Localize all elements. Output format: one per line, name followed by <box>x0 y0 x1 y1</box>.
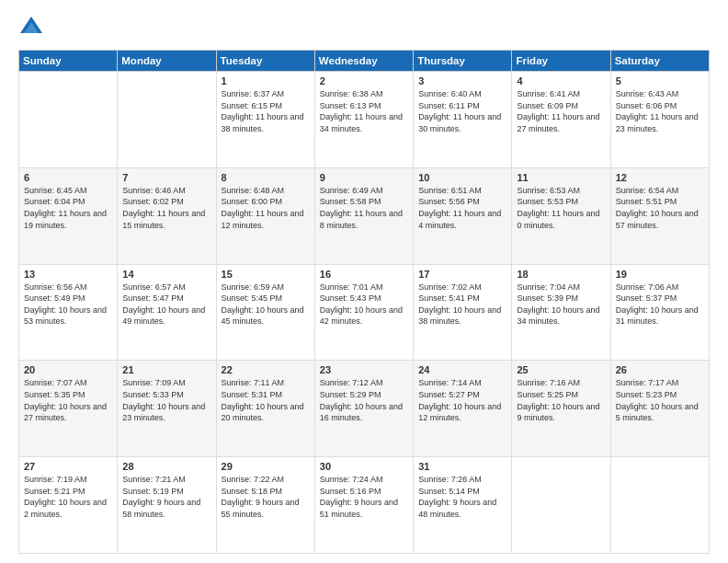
day-info: Sunrise: 6:54 AM Sunset: 5:51 PM Dayligh… <box>616 185 704 231</box>
calendar-cell: 5Sunrise: 6:43 AM Sunset: 6:06 PM Daylig… <box>610 72 709 168</box>
calendar-week-4: 20Sunrise: 7:07 AM Sunset: 5:35 PM Dayli… <box>19 361 710 457</box>
calendar-week-1: 1Sunrise: 6:37 AM Sunset: 6:15 PM Daylig… <box>19 72 710 168</box>
calendar-cell: 15Sunrise: 6:59 AM Sunset: 5:45 PM Dayli… <box>216 264 314 361</box>
day-number: 5 <box>616 75 704 86</box>
calendar-cell: 7Sunrise: 6:46 AM Sunset: 6:02 PM Daylig… <box>118 167 216 264</box>
day-info: Sunrise: 6:53 AM Sunset: 5:53 PM Dayligh… <box>517 185 605 231</box>
logo <box>18 15 48 40</box>
day-number: 19 <box>616 269 704 280</box>
calendar-cell: 14Sunrise: 6:57 AM Sunset: 5:47 PM Dayli… <box>118 264 216 361</box>
day-info: Sunrise: 6:48 AM Sunset: 6:00 PM Dayligh… <box>222 185 310 231</box>
day-info: Sunrise: 6:38 AM Sunset: 6:13 PM Dayligh… <box>320 88 408 134</box>
calendar-header-thursday: Thursday <box>414 51 512 72</box>
calendar-header-friday: Friday <box>512 51 610 72</box>
day-number: 9 <box>320 172 408 183</box>
day-info: Sunrise: 7:04 AM Sunset: 5:39 PM Dayligh… <box>517 282 605 327</box>
day-info: Sunrise: 7:09 AM Sunset: 5:33 PM Dayligh… <box>122 377 210 423</box>
day-number: 12 <box>616 172 704 183</box>
day-info: Sunrise: 7:17 AM Sunset: 5:23 PM Dayligh… <box>616 377 704 423</box>
calendar-cell: 11Sunrise: 6:53 AM Sunset: 5:53 PM Dayli… <box>512 167 610 264</box>
calendar-cell: 12Sunrise: 6:54 AM Sunset: 5:51 PM Dayli… <box>610 167 709 264</box>
calendar-cell: 22Sunrise: 7:11 AM Sunset: 5:31 PM Dayli… <box>216 361 314 457</box>
day-number: 27 <box>24 461 112 472</box>
day-number: 26 <box>616 364 704 375</box>
calendar-header-saturday: Saturday <box>610 51 709 72</box>
calendar-header-monday: Monday <box>118 51 216 72</box>
day-info: Sunrise: 7:01 AM Sunset: 5:43 PM Dayligh… <box>320 282 408 327</box>
calendar-cell: 27Sunrise: 7:19 AM Sunset: 5:21 PM Dayli… <box>19 457 118 554</box>
day-number: 22 <box>222 364 310 375</box>
calendar-cell: 1Sunrise: 6:37 AM Sunset: 6:15 PM Daylig… <box>216 72 314 168</box>
calendar-cell: 30Sunrise: 7:24 AM Sunset: 5:16 PM Dayli… <box>314 457 413 554</box>
calendar-cell: 17Sunrise: 7:02 AM Sunset: 5:41 PM Dayli… <box>414 264 512 361</box>
calendar-week-3: 13Sunrise: 6:56 AM Sunset: 5:49 PM Dayli… <box>19 264 710 361</box>
calendar-cell: 10Sunrise: 6:51 AM Sunset: 5:56 PM Dayli… <box>414 167 512 264</box>
day-info: Sunrise: 7:22 AM Sunset: 5:18 PM Dayligh… <box>222 474 310 520</box>
calendar-cell <box>512 457 610 554</box>
day-info: Sunrise: 6:51 AM Sunset: 5:56 PM Dayligh… <box>418 185 506 231</box>
day-info: Sunrise: 6:45 AM Sunset: 6:04 PM Dayligh… <box>24 185 112 231</box>
day-info: Sunrise: 7:02 AM Sunset: 5:41 PM Dayligh… <box>418 282 506 327</box>
day-number: 25 <box>517 364 605 375</box>
day-number: 24 <box>418 364 506 375</box>
calendar-cell: 8Sunrise: 6:48 AM Sunset: 6:00 PM Daylig… <box>216 167 314 264</box>
calendar-cell: 21Sunrise: 7:09 AM Sunset: 5:33 PM Dayli… <box>118 361 216 457</box>
calendar-cell <box>19 72 118 168</box>
calendar-header-tuesday: Tuesday <box>216 51 314 72</box>
calendar-cell: 26Sunrise: 7:17 AM Sunset: 5:23 PM Dayli… <box>610 361 709 457</box>
day-info: Sunrise: 7:24 AM Sunset: 5:16 PM Dayligh… <box>320 474 408 520</box>
day-number: 2 <box>320 75 408 86</box>
calendar-cell: 19Sunrise: 7:06 AM Sunset: 5:37 PM Dayli… <box>610 264 709 361</box>
day-number: 21 <box>122 364 210 375</box>
day-number: 7 <box>122 172 210 183</box>
calendar-cell: 6Sunrise: 6:45 AM Sunset: 6:04 PM Daylig… <box>19 167 118 264</box>
day-number: 3 <box>418 75 506 86</box>
calendar-cell: 9Sunrise: 6:49 AM Sunset: 5:58 PM Daylig… <box>314 167 413 264</box>
day-info: Sunrise: 6:46 AM Sunset: 6:02 PM Dayligh… <box>122 185 210 231</box>
day-number: 10 <box>418 172 506 183</box>
day-info: Sunrise: 7:07 AM Sunset: 5:35 PM Dayligh… <box>24 377 112 423</box>
day-info: Sunrise: 7:26 AM Sunset: 5:14 PM Dayligh… <box>418 474 506 520</box>
day-number: 28 <box>122 461 210 472</box>
day-number: 15 <box>222 269 310 280</box>
day-info: Sunrise: 7:21 AM Sunset: 5:19 PM Dayligh… <box>122 474 210 520</box>
day-info: Sunrise: 7:11 AM Sunset: 5:31 PM Dayligh… <box>222 377 310 423</box>
calendar-cell: 28Sunrise: 7:21 AM Sunset: 5:19 PM Dayli… <box>118 457 216 554</box>
calendar-cell: 31Sunrise: 7:26 AM Sunset: 5:14 PM Dayli… <box>414 457 512 554</box>
calendar-cell: 4Sunrise: 6:41 AM Sunset: 6:09 PM Daylig… <box>512 72 610 168</box>
calendar-table: SundayMondayTuesdayWednesdayThursdayFrid… <box>18 50 710 554</box>
day-number: 14 <box>122 269 210 280</box>
logo-icon <box>18 15 44 40</box>
calendar-week-2: 6Sunrise: 6:45 AM Sunset: 6:04 PM Daylig… <box>19 167 710 264</box>
page: SundayMondayTuesdayWednesdayThursdayFrid… <box>0 0 728 563</box>
day-number: 18 <box>517 269 605 280</box>
day-number: 8 <box>222 172 310 183</box>
day-number: 29 <box>222 461 310 472</box>
day-info: Sunrise: 6:37 AM Sunset: 6:15 PM Dayligh… <box>222 88 310 134</box>
day-number: 6 <box>24 172 112 183</box>
day-info: Sunrise: 6:56 AM Sunset: 5:49 PM Dayligh… <box>24 282 112 327</box>
day-number: 4 <box>517 75 605 86</box>
calendar-cell: 2Sunrise: 6:38 AM Sunset: 6:13 PM Daylig… <box>314 72 413 168</box>
calendar-cell: 25Sunrise: 7:16 AM Sunset: 5:25 PM Dayli… <box>512 361 610 457</box>
day-number: 23 <box>320 364 408 375</box>
header <box>18 15 710 40</box>
calendar-cell: 23Sunrise: 7:12 AM Sunset: 5:29 PM Dayli… <box>314 361 413 457</box>
day-info: Sunrise: 6:57 AM Sunset: 5:47 PM Dayligh… <box>122 282 210 327</box>
day-number: 1 <box>222 75 310 86</box>
calendar-cell: 24Sunrise: 7:14 AM Sunset: 5:27 PM Dayli… <box>414 361 512 457</box>
calendar-cell <box>610 457 709 554</box>
calendar-cell: 3Sunrise: 6:40 AM Sunset: 6:11 PM Daylig… <box>414 72 512 168</box>
day-info: Sunrise: 6:59 AM Sunset: 5:45 PM Dayligh… <box>222 282 310 327</box>
day-info: Sunrise: 6:41 AM Sunset: 6:09 PM Dayligh… <box>517 88 605 134</box>
day-info: Sunrise: 7:14 AM Sunset: 5:27 PM Dayligh… <box>418 377 506 423</box>
calendar-cell: 18Sunrise: 7:04 AM Sunset: 5:39 PM Dayli… <box>512 264 610 361</box>
day-info: Sunrise: 7:06 AM Sunset: 5:37 PM Dayligh… <box>616 282 704 327</box>
day-info: Sunrise: 6:43 AM Sunset: 6:06 PM Dayligh… <box>616 88 704 134</box>
day-number: 31 <box>418 461 506 472</box>
day-number: 20 <box>24 364 112 375</box>
day-number: 16 <box>320 269 408 280</box>
day-info: Sunrise: 6:49 AM Sunset: 5:58 PM Dayligh… <box>320 185 408 231</box>
day-info: Sunrise: 7:19 AM Sunset: 5:21 PM Dayligh… <box>24 474 112 520</box>
calendar-header-sunday: Sunday <box>19 51 118 72</box>
